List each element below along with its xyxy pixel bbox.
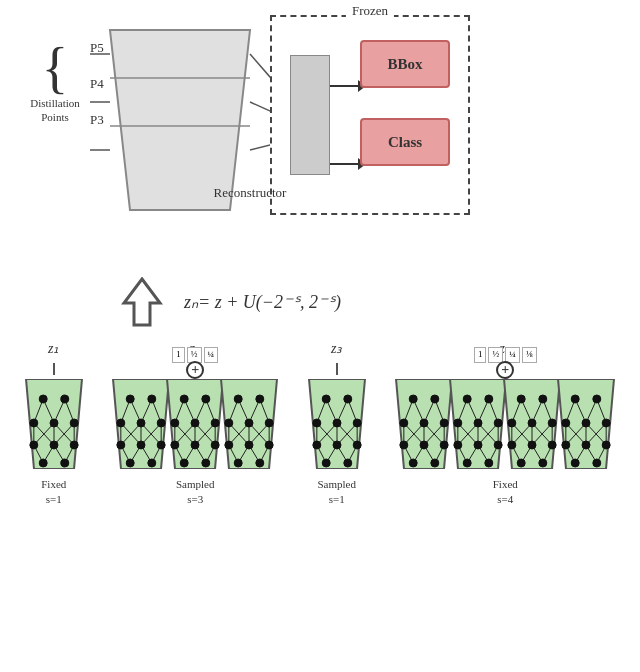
middle-section: zₙ= z + U(−2⁻ˢ, 2⁻ˢ) [20, 272, 620, 332]
svg-line-8 [250, 140, 270, 150]
svg-point-30 [70, 419, 78, 427]
svg-point-33 [70, 441, 78, 449]
svg-point-156 [409, 395, 417, 403]
svg-point-216 [517, 459, 525, 467]
svg-point-53 [148, 395, 156, 403]
trap-stack-4: +1½¼⅛ [388, 379, 622, 469]
svg-point-57 [117, 441, 125, 449]
formula-text: zₙ= z + U(−2⁻ˢ, 2⁻ˢ) [184, 291, 341, 313]
svg-point-108 [265, 419, 273, 427]
plus-badge-4: + [496, 361, 514, 379]
frac-label-2-1: 1 [172, 347, 185, 363]
frac-label-4-2: ½ [488, 347, 503, 363]
svg-point-109 [225, 441, 233, 449]
svg-point-161 [400, 441, 408, 449]
svg-point-52 [126, 395, 134, 403]
svg-point-83 [171, 441, 179, 449]
svg-point-241 [602, 441, 610, 449]
svg-point-32 [50, 441, 58, 449]
class-box: Class [360, 118, 450, 166]
svg-point-183 [485, 395, 493, 403]
trap-stack-2: +1½¼ [105, 379, 285, 469]
svg-point-136 [333, 441, 341, 449]
svg-marker-0 [110, 30, 250, 210]
svg-point-54 [117, 419, 125, 427]
z-caption-3: Sampleds=1 [318, 477, 357, 508]
svg-point-191 [485, 459, 493, 467]
svg-point-234 [571, 395, 579, 403]
svg-point-58 [137, 441, 145, 449]
frac-label-4-4: ⅛ [522, 347, 537, 363]
trap-stack-3 [301, 379, 373, 469]
trap-4-4 [550, 379, 622, 469]
svg-marker-9 [124, 279, 160, 325]
svg-line-6 [250, 54, 270, 100]
svg-point-113 [256, 459, 264, 467]
svg-point-84 [191, 441, 199, 449]
svg-point-157 [431, 395, 439, 403]
svg-point-184 [454, 419, 462, 427]
svg-point-107 [245, 419, 253, 427]
svg-point-211 [528, 419, 536, 427]
z-group-3: z₃Sampleds=1 [301, 340, 373, 508]
svg-point-133 [333, 419, 341, 427]
svg-line-7 [250, 102, 270, 120]
svg-point-209 [539, 395, 547, 403]
distillation-text: Distillation Points [30, 96, 80, 125]
svg-point-105 [256, 395, 264, 403]
svg-point-29 [50, 419, 58, 427]
svg-point-185 [474, 419, 482, 427]
svg-point-239 [562, 441, 570, 449]
svg-point-31 [30, 441, 38, 449]
frac-label-2-3: ¼ [204, 347, 219, 363]
svg-point-132 [313, 419, 321, 427]
svg-point-134 [353, 419, 361, 427]
svg-point-61 [148, 459, 156, 467]
z-caption-2: Sampleds=3 [176, 477, 215, 508]
svg-point-210 [508, 419, 516, 427]
svg-point-213 [508, 441, 516, 449]
svg-point-190 [463, 459, 471, 467]
z-title-1: z₁ [48, 340, 59, 357]
svg-point-106 [225, 419, 233, 427]
plus-badge-2: + [186, 361, 204, 379]
svg-point-138 [322, 459, 330, 467]
svg-point-187 [454, 441, 462, 449]
svg-point-236 [562, 419, 570, 427]
svg-point-238 [602, 419, 610, 427]
svg-point-81 [191, 419, 199, 427]
svg-point-35 [61, 459, 69, 467]
svg-point-130 [322, 395, 330, 403]
svg-point-188 [474, 441, 482, 449]
svg-point-164 [409, 459, 417, 467]
svg-point-214 [528, 441, 536, 449]
svg-point-55 [137, 419, 145, 427]
svg-point-78 [180, 395, 188, 403]
frac-label-4-1: 1 [474, 347, 487, 363]
z-group-1: z₁Fixeds=1 [18, 340, 90, 508]
svg-point-208 [517, 395, 525, 403]
reconstructor-area: Reconstructor [90, 20, 270, 210]
svg-point-135 [313, 441, 321, 449]
svg-point-27 [61, 395, 69, 403]
brace-icon: { [42, 40, 69, 96]
svg-point-242 [571, 459, 579, 467]
top-diagram: { Distillation Points P5 P4 P3 Reconstru… [20, 10, 620, 270]
svg-point-217 [539, 459, 547, 467]
svg-point-112 [234, 459, 242, 467]
svg-point-165 [431, 459, 439, 467]
svg-point-28 [30, 419, 38, 427]
up-arrow-icon [120, 277, 164, 327]
svg-point-104 [234, 395, 242, 403]
svg-point-86 [180, 459, 188, 467]
svg-point-237 [582, 419, 590, 427]
svg-point-80 [171, 419, 179, 427]
bottom-section: z₁Fixeds=1z₂+1½¼Sampleds=3z₃Sampleds=1z₄… [0, 340, 640, 660]
bbox-box: BBox [360, 40, 450, 88]
trap-1-1 [18, 379, 90, 469]
frozen-label: Frozen [346, 3, 394, 19]
svg-point-162 [420, 441, 428, 449]
svg-point-243 [593, 459, 601, 467]
svg-point-34 [39, 459, 47, 467]
z-group-2: z₂+1½¼Sampleds=3 [105, 340, 285, 508]
